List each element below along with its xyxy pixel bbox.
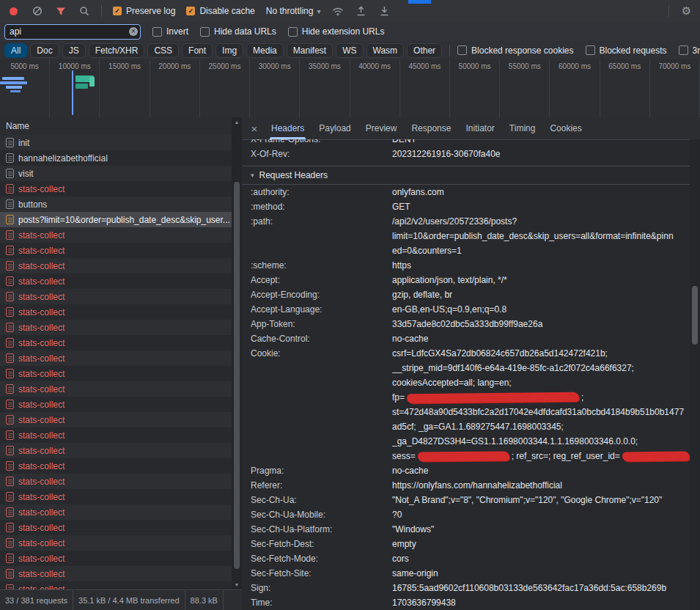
request-row[interactable]: visit (0, 166, 232, 181)
network-overview[interactable]: 5000 ms10000 ms15000 ms20000 ms25000 ms3… (0, 59, 700, 118)
invert-checkbox[interactable]: Invert (152, 26, 188, 37)
filter-pill-doc[interactable]: Doc (30, 43, 59, 58)
header-name: :authority: (251, 185, 392, 199)
detail-scrollbar[interactable] (690, 139, 700, 610)
hide-extension-urls-checkbox[interactable]: Hide extension URLs (288, 26, 385, 37)
throttling-dropdown[interactable]: No throttling ▾ (266, 6, 321, 16)
header-value: "Not_A Brand";v="8", "Chromium";v="120",… (392, 493, 690, 507)
hide-data-urls-checkbox[interactable]: Hide data URLs (200, 26, 276, 37)
request-row[interactable]: stats-collect (0, 551, 232, 566)
request-list-scrollbar[interactable]: ▲ ▼ (232, 117, 242, 590)
filter-pill-ws[interactable]: WS (336, 43, 363, 58)
request-row[interactable]: stats-collect (0, 320, 232, 335)
file-icon (6, 261, 14, 271)
filter-pill-js[interactable]: JS (62, 43, 86, 58)
filter-pill-img[interactable]: Img (215, 43, 243, 58)
request-row[interactable]: stats-collect (0, 304, 232, 320)
tab-response[interactable]: Response (404, 117, 458, 139)
disable-cache-checkbox[interactable]: ✓ Disable cache (186, 6, 254, 16)
request-row[interactable]: stats-collect (0, 227, 232, 243)
header-value: empty (392, 537, 690, 551)
file-icon (6, 384, 14, 394)
request-row[interactable]: stats-collect (0, 458, 232, 474)
filter-pill-manifest[interactable]: Manifest (287, 43, 333, 58)
timeline-tick: 55000 ms (500, 59, 550, 117)
import-har-button[interactable] (355, 5, 367, 18)
filter-pill-fetch-xhr[interactable]: Fetch/XHR (89, 43, 145, 58)
request-row[interactable]: hannahelizabethofficial (0, 150, 232, 166)
network-conditions-button[interactable] (331, 5, 344, 18)
checkbox-checked-icon: ✓ (113, 7, 122, 15)
filter-pill-media[interactable]: Media (246, 43, 284, 58)
tick-label: 35000 ms (300, 59, 349, 70)
request-row[interactable]: init (0, 135, 232, 150)
clear-button[interactable] (31, 5, 43, 18)
request-row[interactable]: stats-collect (0, 535, 232, 551)
filter-pill-css[interactable]: CSS (147, 43, 179, 58)
scrollbar-thumb[interactable] (234, 182, 240, 569)
tab-timing[interactable]: Timing (502, 117, 543, 139)
file-icon (6, 292, 14, 301)
request-detail-panel: × HeadersPayloadPreviewResponseInitiator… (242, 117, 700, 610)
filter-pill-all[interactable]: All (4, 43, 27, 58)
request-name: stats-collect (18, 507, 232, 518)
disclosure-triangle-icon: ▾ (251, 172, 254, 179)
request-row[interactable]: stats-collect (0, 273, 232, 289)
close-icon[interactable]: × (245, 117, 264, 139)
tab-preview[interactable]: Preview (358, 117, 405, 139)
header-row: Accept-Language:en-GB,en-US;q=0.9,en;q=0… (251, 302, 690, 317)
request-row[interactable]: posts?limit=10&order=publish_date_desc&s… (0, 212, 232, 227)
request-row[interactable]: stats-collect (0, 181, 232, 196)
request-row[interactable]: stats-collect (0, 427, 232, 443)
request-row[interactable]: stats-collect (0, 243, 232, 258)
request-row[interactable]: stats-collect (0, 258, 232, 273)
filter-pill-wasm[interactable]: Wasm (366, 43, 405, 58)
request-row[interactable]: stats-collect (0, 520, 232, 535)
tab-cookies[interactable]: Cookies (542, 117, 589, 139)
filter-button[interactable] (54, 5, 67, 18)
request-headers-section[interactable]: ▾ Request Headers (251, 166, 690, 184)
request-row[interactable]: stats-collect (0, 412, 232, 427)
filter-input[interactable] (4, 24, 141, 40)
filter-pill-other[interactable]: Other (407, 43, 442, 58)
scroll-down-icon[interactable]: ▼ (235, 582, 240, 588)
header-row: :authority:onlyfans.com (251, 185, 690, 199)
request-row[interactable]: stats-collect (0, 381, 232, 397)
scroll-up-icon[interactable]: ▲ (235, 120, 240, 125)
request-row[interactable]: stats-collect (0, 289, 232, 304)
request-row[interactable]: stats-collect (0, 443, 232, 458)
header-value: 1703636799438 (392, 595, 690, 610)
request-row[interactable]: stats-collect (0, 335, 232, 350)
filter-pill-font[interactable]: Font (182, 43, 213, 58)
header-name: :method: (251, 199, 392, 214)
request-row[interactable]: stats-collect (0, 350, 232, 366)
checkbox-3rd-party-requests[interactable]: 3rd-party requests (679, 45, 700, 56)
request-row[interactable]: stats-collect (0, 566, 232, 581)
tick-label: 30000 ms (250, 59, 299, 70)
header-value: https (392, 258, 690, 273)
tab-initiator[interactable]: Initiator (458, 117, 501, 139)
search-button[interactable] (78, 5, 90, 18)
checkbox-blocked-response-cookies[interactable]: Blocked response cookies (457, 45, 573, 56)
checkbox-blocked-requests[interactable]: Blocked requests (586, 45, 667, 56)
tab-headers[interactable]: Headers (264, 117, 312, 139)
request-row[interactable]: buttons (0, 196, 232, 212)
request-row[interactable]: stats-collect (0, 489, 232, 504)
request-row[interactable]: stats-collect (0, 474, 232, 489)
request-row[interactable]: stats-collect (0, 397, 232, 412)
clear-filter-icon[interactable]: × (129, 27, 138, 36)
header-name: Sec-Fetch-Site: (251, 566, 392, 581)
scrollbar-thumb[interactable] (692, 286, 698, 345)
settings-gear-icon[interactable]: ⚙ (680, 5, 693, 18)
export-har-button[interactable] (378, 5, 391, 18)
record-button[interactable] (7, 5, 20, 18)
tab-payload[interactable]: Payload (312, 117, 358, 139)
request-name: posts?limit=10&order=publish_date_desc&s… (18, 215, 232, 225)
value-line: cookiesAccepted=all; lang=en; (392, 375, 690, 390)
request-name: stats-collect (18, 353, 232, 364)
request-row[interactable]: stats-collect (0, 504, 232, 520)
request-row[interactable]: stats-collect (0, 366, 232, 381)
name-column-header[interactable]: Name (0, 117, 242, 136)
preserve-log-checkbox[interactable]: ✓ Preserve log (113, 6, 175, 16)
throttling-value: No throttling (266, 6, 314, 16)
